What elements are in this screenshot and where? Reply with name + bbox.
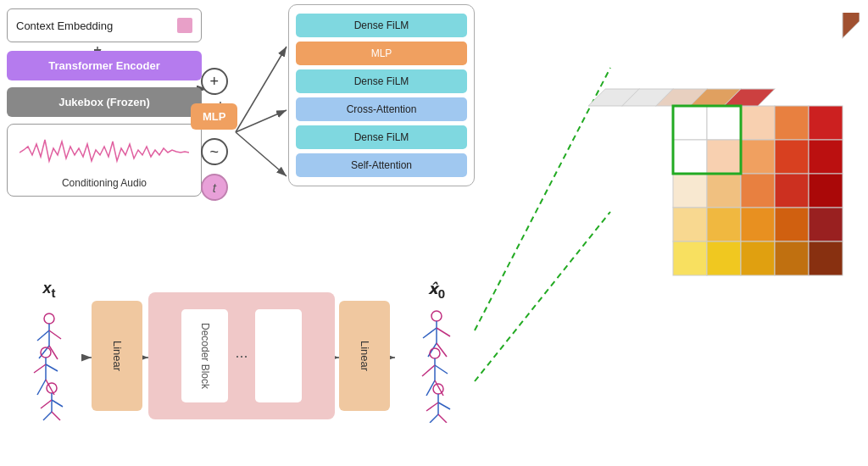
svg-rect-54 — [673, 106, 707, 140]
x0hat-label: x̂0 — [394, 280, 479, 301]
svg-rect-75 — [707, 241, 741, 275]
svg-point-36 — [431, 311, 442, 321]
mlp-box: MLP — [191, 103, 237, 130]
svg-line-27 — [46, 364, 58, 371]
svg-line-39 — [437, 328, 450, 336]
xt-pose-figure — [14, 303, 86, 422]
svg-rect-71 — [741, 208, 775, 241]
svg-rect-70 — [707, 208, 741, 241]
svg-line-9 — [236, 47, 287, 132]
svg-line-38 — [423, 328, 437, 338]
svg-rect-65 — [707, 174, 741, 208]
conditioning-audio-box: Conditioning Audio — [7, 124, 202, 197]
svg-rect-60 — [707, 140, 741, 174]
conditioning-audio-label: Conditioning Audio — [14, 177, 194, 189]
dense-film-mid: Dense FiLM — [296, 69, 467, 93]
svg-rect-64 — [673, 174, 707, 208]
svg-line-21 — [49, 330, 61, 339]
svg-line-34 — [43, 412, 52, 420]
svg-rect-61 — [741, 140, 775, 174]
diagram: Context Embedding Transformer Encoder Ju… — [0, 0, 868, 466]
dense-film-top: Dense FiLM — [296, 14, 467, 37]
left-panel: Context Embedding Transformer Encoder Ju… — [7, 8, 202, 197]
svg-line-44 — [422, 365, 435, 376]
context-embedding-label: Context Embedding — [16, 19, 172, 32]
svg-rect-76 — [741, 241, 775, 275]
svg-rect-68 — [809, 174, 843, 208]
svg-line-51 — [438, 402, 450, 409]
svg-rect-77 — [775, 241, 809, 275]
jukebox-label: Jukebox (Frozen) — [58, 96, 150, 108]
transformer-encoder-box: Transformer Encoder — [7, 51, 202, 80]
cube-grid — [588, 13, 860, 284]
linear-left-box: Linear — [92, 301, 142, 411]
svg-line-50 — [426, 402, 438, 411]
jukebox-box: Jukebox (Frozen) — [7, 87, 202, 117]
svg-line-52 — [430, 414, 438, 423]
decoder-block-inner: Decoder Block — [181, 309, 228, 402]
mlp-stack-box: MLP — [296, 42, 467, 65]
svg-line-53 — [438, 414, 447, 423]
svg-line-28 — [37, 380, 46, 395]
svg-rect-78 — [809, 241, 843, 275]
dots-separator: ··· — [235, 347, 248, 365]
t-circle: t — [201, 174, 228, 201]
plus-symbol: + — [201, 68, 228, 95]
svg-rect-56 — [741, 106, 775, 140]
svg-rect-58 — [809, 106, 843, 140]
svg-point-42 — [430, 348, 440, 358]
center-panel: + MLP ~ t — [191, 68, 237, 201]
svg-line-33 — [52, 400, 63, 407]
linear-right-box: Linear — [339, 301, 390, 411]
context-embedding-box: Context Embedding — [7, 8, 202, 42]
svg-rect-66 — [741, 174, 775, 208]
linear-right-label: Linear — [359, 341, 371, 371]
svg-rect-74 — [673, 241, 707, 275]
xt-label: xt — [7, 280, 92, 300]
pink-square-icon — [177, 18, 192, 33]
svg-rect-73 — [809, 208, 843, 241]
decoder-block-container: Decoder Block ··· — [148, 292, 335, 419]
cross-attention-box: Cross-Attention — [296, 97, 467, 121]
dense-film-bot: Dense FiLM — [296, 125, 467, 149]
decoder-stack: Dense FiLM MLP Dense FiLM Cross-Attentio… — [288, 4, 475, 186]
svg-line-32 — [41, 400, 52, 408]
self-attention-box: Self-Attention — [296, 153, 467, 177]
svg-line-26 — [34, 364, 46, 373]
svg-point-30 — [47, 383, 57, 393]
x0hat-pose-figure — [401, 304, 473, 423]
svg-rect-59 — [673, 140, 707, 174]
svg-line-10 — [236, 110, 287, 132]
svg-line-45 — [435, 365, 448, 374]
xt-container: xt — [7, 280, 92, 425]
svg-line-35 — [52, 412, 60, 420]
svg-line-11 — [236, 132, 287, 176]
svg-rect-67 — [775, 174, 809, 208]
transformer-encoder-label: Transformer Encoder — [48, 59, 160, 72]
linear-left-label: Linear — [111, 341, 124, 371]
x0hat-container: x̂0 — [394, 280, 479, 426]
svg-point-18 — [44, 313, 54, 324]
waveform-icon — [19, 131, 189, 174]
svg-rect-55 — [707, 106, 741, 140]
svg-rect-63 — [809, 140, 843, 174]
decoder-block-label: Decoder Block — [196, 319, 214, 392]
tilde-symbol: ~ — [201, 138, 228, 165]
svg-line-20 — [37, 330, 49, 341]
svg-rect-69 — [673, 208, 707, 241]
svg-rect-62 — [775, 140, 809, 174]
svg-rect-72 — [775, 208, 809, 241]
svg-rect-88 — [843, 13, 860, 38]
svg-rect-57 — [775, 106, 809, 140]
